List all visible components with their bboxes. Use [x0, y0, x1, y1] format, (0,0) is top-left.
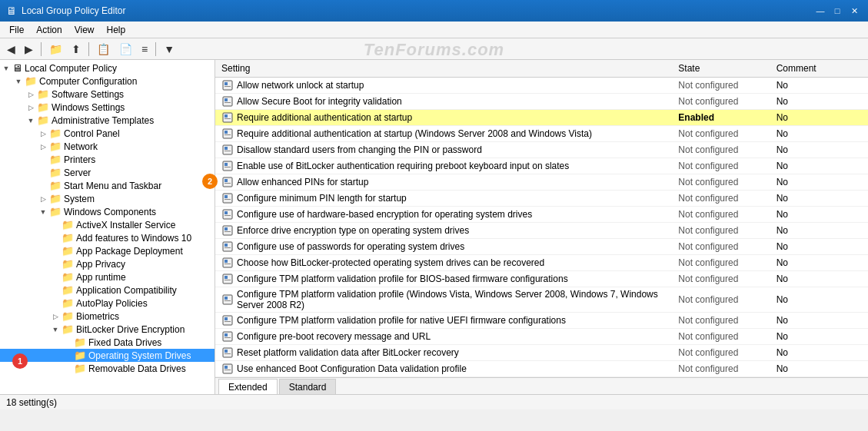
table-row[interactable]: Allow network unlock at startup Not conf…	[215, 78, 868, 94]
table-row[interactable]: Require additional authentication at sta…	[215, 126, 868, 142]
back-button[interactable]: ◀	[3, 41, 19, 58]
svg-rect-41	[224, 300, 231, 301]
tree-control-panel[interactable]: ▷ 📁 Control Panel	[0, 127, 215, 140]
biometrics-label: Biometrics	[76, 311, 119, 322]
tree-app-compat[interactable]: 📁 Application Compatibility	[0, 283, 215, 297]
tree-add-features[interactable]: 📁 Add features to Windows 10	[0, 231, 215, 244]
setting-text: Disallow standard users from changing th…	[237, 144, 482, 155]
setting-text: Configure use of hardware-based encrypti…	[237, 209, 532, 220]
tree-printers[interactable]: 📁 Printers	[0, 153, 215, 166]
setting-comment: No	[770, 361, 868, 377]
setting-policy-icon	[221, 176, 234, 188]
table-row[interactable]: Configure pre-boot recovery message and …	[215, 329, 868, 345]
setting-state: Not configured	[672, 191, 770, 207]
tree-windows-components[interactable]: ▼ 📁 Windows Components	[0, 205, 215, 218]
minimize-button[interactable]: —	[813, 3, 828, 18]
removable-icon: 📁	[74, 363, 86, 374]
setting-comment: No	[770, 313, 868, 329]
tree-app-runtime[interactable]: 📁 App runtime	[0, 270, 215, 283]
table-row[interactable]: Allow enhanced PINs for startup Not conf…	[215, 174, 868, 191]
forward-button[interactable]: ▶	[21, 41, 37, 58]
toolbar-separator-1	[41, 42, 42, 56]
svg-rect-32	[224, 247, 231, 248]
table-row[interactable]: Configure use of hardware-based encrypti…	[215, 207, 868, 223]
table-row[interactable]: Configure TPM platform validation profil…	[215, 287, 868, 313]
setting-comment: No	[770, 191, 868, 207]
table-row[interactable]: Configure TPM platform validation profil…	[215, 271, 868, 287]
tree-windows-settings[interactable]: ▷ 📁 Windows Settings	[0, 101, 215, 114]
tree-network[interactable]: ▷ 📁 Network	[0, 140, 215, 153]
svg-rect-31	[224, 244, 228, 247]
setting-policy-icon	[221, 314, 234, 327]
table-row[interactable]: Enforce drive encryption type on operati…	[215, 223, 868, 239]
menu-view[interactable]: View	[68, 23, 101, 37]
tree-computer-config[interactable]: ▼ 📁 Computer Configuration	[0, 75, 215, 88]
menu-file[interactable]: File	[3, 23, 30, 37]
tree-root[interactable]: ▼ 🖥 Local Computer Policy	[0, 61, 215, 75]
setting-policy-icon	[221, 79, 234, 91]
tree-software-settings[interactable]: ▷ 📁 Software Settings	[0, 88, 215, 101]
table-row[interactable]: Disallow standard users from changing th…	[215, 142, 868, 158]
setting-name: Disallow standard users from changing th…	[215, 142, 672, 158]
table-row[interactable]: Choose how BitLocker-protected operating…	[215, 255, 868, 271]
table-row[interactable]: Configure minimum PIN length for startup…	[215, 191, 868, 207]
tree-fixed-data[interactable]: 📁 Fixed Data Drives	[0, 336, 215, 349]
status-count: 18 setting(s)	[6, 397, 57, 408]
table-row[interactable]: Allow Secure Boot for integrity validati…	[215, 94, 868, 110]
os-drives-label: Operating System Drives	[88, 350, 191, 361]
up-one-level-button[interactable]: ⬆	[68, 41, 85, 58]
table-row[interactable]: Enable use of BitLocker authentication r…	[215, 158, 868, 174]
comp-config-label: Computer Configuration	[39, 76, 137, 87]
close-button[interactable]: ✕	[846, 3, 862, 18]
setting-text: Allow enhanced PINs for startup	[237, 177, 368, 187]
tree-server[interactable]: 📁 Server	[0, 166, 215, 179]
root-label: Local Computer Policy	[25, 63, 117, 74]
list-view-button[interactable]: 📄	[115, 41, 136, 58]
tree-admin-templates[interactable]: ▼ 📁 Administrative Templates	[0, 114, 215, 127]
filter-button[interactable]: ▼	[160, 41, 178, 58]
win-comp-icon: 📁	[49, 206, 62, 217]
tree-activex[interactable]: 📁 ActiveX Installer Service	[0, 218, 215, 231]
tree-os-drives[interactable]: 📁 Operating System Drives	[0, 349, 215, 362]
maximize-button[interactable]: □	[830, 3, 845, 18]
menu-action[interactable]: Action	[30, 23, 68, 37]
tab-standard[interactable]: Standard	[279, 379, 337, 394]
bitlocker-label: BitLocker Drive Encryption	[76, 324, 185, 335]
setting-comment: No	[770, 94, 868, 110]
detail-view-button[interactable]: ≡	[138, 41, 151, 58]
svg-rect-8	[224, 118, 231, 119]
setting-comment: No	[770, 78, 868, 94]
table-row[interactable]: Use enhanced Boot Configuration Data val…	[215, 361, 868, 377]
activex-label: ActiveX Installer Service	[76, 220, 175, 230]
policy-tree: ▼ 🖥 Local Computer Policy ▼ 📁 Computer C…	[0, 60, 215, 376]
table-row[interactable]: Configure TPM platform validation profil…	[215, 313, 868, 329]
settings-list[interactable]: Setting State Comment Allow network unlo…	[215, 60, 868, 377]
setting-policy-icon	[221, 144, 234, 156]
tab-extended[interactable]: Extended	[218, 379, 278, 394]
show-hide-tree-button[interactable]: 📁	[45, 41, 66, 58]
setting-comment: No	[770, 287, 868, 313]
tree-bitlocker[interactable]: ▼ 📁 BitLocker Drive Encryption	[0, 323, 215, 336]
tree-view[interactable]: ▼ 🖥 Local Computer Policy ▼ 📁 Computer C…	[0, 60, 215, 394]
tree-removable[interactable]: 📁 Removable Data Drives	[0, 362, 215, 375]
system-label: System	[64, 194, 95, 204]
tree-system[interactable]: ▷ 📁 System	[0, 192, 215, 205]
tree-start-menu[interactable]: 📁 Start Menu and Taskbar	[0, 179, 215, 192]
tree-autoplay[interactable]: 📁 AutoPlay Policies	[0, 297, 215, 310]
software-expand: ▷	[25, 91, 37, 98]
tree-biometrics[interactable]: ▷ 📁 Biometrics	[0, 310, 215, 323]
show-hide-button[interactable]: 📋	[93, 41, 114, 58]
setting-policy-icon	[221, 240, 234, 253]
tree-app-privacy[interactable]: 📁 App Privacy	[0, 257, 215, 270]
table-row[interactable]: Reset platform validation data after Bit…	[215, 345, 868, 361]
app-rt-icon: 📁	[62, 271, 74, 283]
menu-help[interactable]: Help	[101, 23, 132, 37]
table-row[interactable]: Require additional authentication at sta…	[215, 110, 868, 126]
setting-policy-icon	[221, 128, 234, 140]
svg-rect-43	[224, 317, 228, 320]
tree-app-package[interactable]: 📁 App Package Deployment	[0, 244, 215, 257]
toolbar-separator-2	[88, 42, 89, 56]
table-row[interactable]: Configure use of passwords for operating…	[215, 239, 868, 255]
setting-comment: No	[770, 329, 868, 345]
admin-icon: 📁	[37, 114, 49, 126]
